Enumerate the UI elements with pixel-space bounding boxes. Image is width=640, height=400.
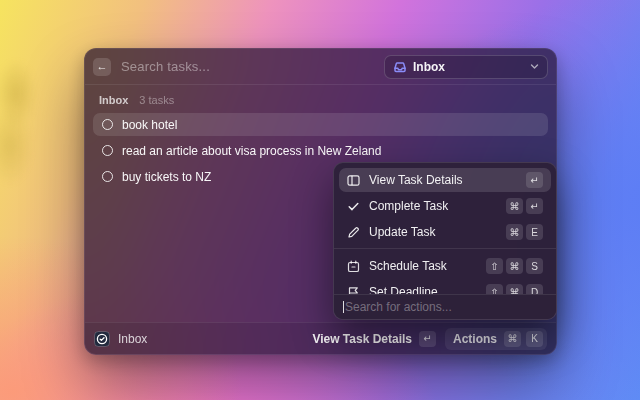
- s-keycap: S: [526, 258, 543, 274]
- task-checkbox-icon[interactable]: [102, 119, 113, 130]
- actions-button-label: Actions: [453, 332, 497, 346]
- return-keycap: ↵: [526, 198, 543, 214]
- footer: Inbox View Task Details ↵ Actions ⌘ K: [85, 322, 556, 354]
- header: ← Search tasks... Inbox: [85, 49, 556, 85]
- section-title: Inbox: [99, 94, 128, 106]
- cmd-keycap: ⌘: [506, 198, 523, 214]
- menu-item-label: Update Task: [369, 225, 436, 239]
- task-checkbox-icon[interactable]: [102, 145, 113, 156]
- footer-context-label: Inbox: [118, 332, 147, 346]
- menu-item-view-task-details[interactable]: View Task Details ↵: [339, 168, 551, 192]
- actions-button[interactable]: Actions ⌘ K: [445, 328, 547, 350]
- primary-action-label: View Task Details: [312, 332, 412, 346]
- cmd-keycap: ⌘: [504, 331, 521, 347]
- task-row-read-article[interactable]: read an article about visa process in Ne…: [93, 139, 548, 162]
- task-checkbox-icon[interactable]: [102, 171, 113, 182]
- menu-item-schedule-task[interactable]: Schedule Task ⇧ ⌘ S: [339, 254, 551, 278]
- section-count: 3 tasks: [139, 94, 174, 106]
- menu-divider: [334, 248, 556, 249]
- search-input[interactable]: Search tasks...: [121, 59, 210, 74]
- calendar-icon: [347, 260, 360, 273]
- menu-item-label: View Task Details: [369, 173, 463, 187]
- task-label: read an article about visa process in Ne…: [122, 144, 381, 158]
- back-button[interactable]: ←: [93, 58, 111, 76]
- background-map-blob: [0, 55, 52, 185]
- shift-keycap: ⇧: [486, 258, 503, 274]
- check-icon: [347, 200, 360, 213]
- menu-item-update-task[interactable]: Update Task ⌘ E: [339, 220, 551, 244]
- menu-item-complete-task[interactable]: Complete Task ⌘ ↵: [339, 194, 551, 218]
- list-dropdown-label: Inbox: [413, 60, 445, 74]
- menu-item-label: Schedule Task: [369, 259, 447, 273]
- pencil-icon: [347, 226, 360, 239]
- menu-item-label: Complete Task: [369, 199, 448, 213]
- e-keycap: E: [526, 224, 543, 240]
- text-caret: [343, 301, 344, 313]
- cmd-keycap: ⌘: [506, 258, 523, 274]
- panel-icon: [347, 174, 360, 187]
- return-keycap: ↵: [526, 172, 543, 188]
- actions-menu-popup: View Task Details ↵ Complete Task ⌘ ↵: [333, 162, 557, 320]
- primary-action-button[interactable]: View Task Details ↵: [312, 331, 436, 347]
- task-label: book hotel: [122, 118, 177, 132]
- menu-search-placeholder: Search for actions...: [345, 300, 452, 314]
- cmd-keycap: ⌘: [506, 224, 523, 240]
- inbox-icon: [393, 60, 407, 74]
- task-row-book-hotel[interactable]: book hotel: [93, 113, 548, 136]
- task-label: buy tickets to NZ: [122, 170, 211, 184]
- list-dropdown[interactable]: Inbox: [384, 55, 548, 79]
- menu-search-input[interactable]: Search for actions...: [334, 294, 556, 319]
- app-logo-icon: [94, 331, 110, 347]
- k-keycap: K: [526, 331, 543, 347]
- back-arrow-icon: ←: [97, 60, 108, 72]
- section-header: Inbox 3 tasks: [93, 94, 548, 106]
- chevron-down-icon: [530, 62, 539, 71]
- return-keycap: ↵: [419, 331, 436, 347]
